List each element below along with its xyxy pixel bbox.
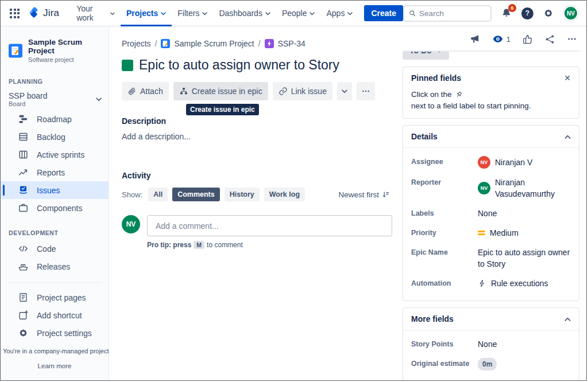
chevron-down-icon — [202, 12, 207, 15]
megaphone-icon — [469, 33, 481, 45]
close-icon[interactable]: ✕ — [564, 73, 571, 83]
issue-title[interactable]: Epic to auto assign owner to Story — [139, 57, 339, 73]
eye-icon — [492, 33, 504, 45]
priority-value: Medium — [490, 227, 519, 239]
create-issue-tooltip: Create issue in epic — [186, 104, 259, 115]
sidebar-item-reports[interactable]: Reports — [1, 163, 109, 181]
nav-apps[interactable]: Apps — [320, 1, 358, 26]
project-name: Sample Scrum Project — [28, 38, 102, 55]
nav-dashboards[interactable]: Dashboards — [213, 1, 276, 26]
story-points-value[interactable]: None — [478, 338, 571, 350]
nav-projects[interactable]: Projects — [121, 1, 172, 26]
labels-value[interactable]: None — [478, 208, 571, 219]
watch-button[interactable]: 1 — [492, 33, 510, 45]
reporter-name: Niranjan Vasudevamurthy — [495, 177, 571, 200]
sidebar-item-roadmap[interactable]: Roadmap — [1, 110, 109, 128]
filter-work-log[interactable]: Work log — [264, 188, 305, 201]
description-label: Description — [122, 116, 392, 126]
field-story-points: Story Points None — [411, 338, 571, 350]
search-input[interactable] — [419, 9, 486, 18]
filter-history[interactable]: History — [225, 188, 260, 201]
link-dropdown-button[interactable] — [337, 82, 352, 100]
assignee-avatar: NV — [478, 156, 490, 169]
roadmap-icon — [18, 114, 29, 124]
description-placeholder[interactable]: Add a description... — [122, 132, 392, 141]
sidebar-item-project-pages[interactable]: Project pages — [1, 289, 109, 306]
nav-filters[interactable]: Filters — [172, 1, 213, 26]
board-name: SSP board — [9, 91, 47, 100]
add-comment-row: NV — [122, 215, 392, 236]
pin-icon — [455, 91, 463, 99]
more-actions-button[interactable] — [357, 82, 375, 100]
sidebar-item-project-settings[interactable]: Project settings — [1, 324, 109, 342]
sort-order-button[interactable]: Newest first — [338, 190, 392, 199]
chevron-up-icon — [564, 317, 571, 321]
chevron-down-icon — [265, 12, 270, 15]
sidebar-item-backlog[interactable]: Backlog — [1, 128, 109, 146]
backlog-icon — [18, 131, 29, 142]
sidebar-item-active-sprints[interactable]: Active sprints — [1, 146, 109, 163]
breadcrumb-issue-key[interactable]: SSP-34 — [278, 39, 305, 48]
components-icon — [18, 202, 29, 213]
settings-button[interactable] — [543, 7, 554, 19]
link-issue-button[interactable]: Link issue — [273, 82, 332, 100]
nav-people[interactable]: People — [276, 1, 321, 26]
board-columns-icon — [18, 149, 29, 160]
field-priority: Priority Medium — [411, 227, 571, 239]
keycap-m: M — [194, 241, 204, 249]
vote-button[interactable] — [522, 34, 533, 45]
sidebar-item-issues[interactable]: Issues — [1, 181, 109, 199]
board-switcher[interactable]: SSP board Board — [1, 88, 109, 110]
epic-icon — [265, 39, 274, 48]
comment-input[interactable] — [147, 215, 392, 236]
chevron-down-icon — [347, 12, 353, 15]
document-icon — [18, 292, 29, 303]
add-shortcut-icon — [18, 310, 29, 321]
breadcrumb-projects[interactable]: Projects — [122, 39, 151, 48]
primary-nav: Your work Projects Filters Dashboards Pe… — [71, 1, 358, 26]
filter-all[interactable]: All — [148, 188, 168, 201]
project-header[interactable]: Sample Scrum Project Software project — [1, 38, 109, 65]
show-label: Show: — [122, 190, 142, 199]
panel-more-button[interactable] — [567, 34, 577, 44]
notification-badge: 6 — [508, 4, 516, 12]
feedback-button[interactable] — [469, 33, 481, 45]
attach-button[interactable]: Attach — [122, 82, 169, 100]
app-switcher-icon[interactable] — [10, 9, 20, 18]
more-fields-card: More fields Story Points None Original e… — [403, 307, 579, 380]
breadcrumb: Projects / Sample Scrum Project / SSP-34 — [122, 39, 392, 48]
details-header[interactable]: Details — [403, 126, 579, 148]
original-estimate-badge: 0m — [478, 358, 497, 371]
issue-main: Projects / Sample Scrum Project / SSP-34… — [109, 26, 403, 380]
field-reporter: Reporter NV Niranjan Vasudevamurthy — [411, 177, 571, 200]
notifications-button[interactable]: 6 — [501, 7, 512, 19]
sidebar-item-code[interactable]: Code — [1, 240, 109, 258]
sidebar-item-add-shortcut[interactable]: Add shortcut — [1, 306, 109, 324]
epic-name-value[interactable]: Epic to auto assign owner to Story — [478, 247, 571, 270]
global-search[interactable] — [403, 5, 492, 22]
sidebar-item-components[interactable]: Components — [1, 199, 109, 217]
field-assignee: Assignee NV Niranjan V — [411, 156, 571, 169]
jira-logo[interactable]: Jira — [28, 7, 59, 20]
create-button[interactable]: Create — [364, 5, 403, 21]
project-sidebar: Sample Scrum Project Software project PL… — [1, 26, 109, 380]
learn-more-link[interactable]: Learn more — [38, 362, 72, 369]
create-issue-in-epic-button[interactable]: Create issue in epic — [173, 82, 268, 100]
breadcrumb-project[interactable]: Sample Scrum Project — [174, 39, 254, 48]
field-labels: Labels None — [411, 208, 571, 219]
project-avatar-icon — [9, 43, 22, 59]
help-button[interactable]: ? — [521, 7, 533, 20]
status-button[interactable]: To Do — [403, 52, 449, 60]
comment-protip: Pro tip: press M to comment — [147, 241, 392, 249]
nav-your-work[interactable]: Your work — [71, 1, 121, 26]
ship-icon — [18, 261, 29, 272]
user-avatar[interactable]: NV — [563, 6, 578, 21]
reporter-avatar: NV — [478, 182, 490, 194]
more-fields-header[interactable]: More fields — [403, 308, 579, 330]
share-button[interactable] — [544, 34, 555, 45]
filter-comments[interactable]: Comments — [172, 188, 220, 201]
chevron-down-icon — [436, 52, 442, 53]
project-type: Software project — [28, 56, 102, 63]
issues-icon — [18, 185, 29, 196]
sidebar-item-releases[interactable]: Releases — [1, 258, 109, 275]
